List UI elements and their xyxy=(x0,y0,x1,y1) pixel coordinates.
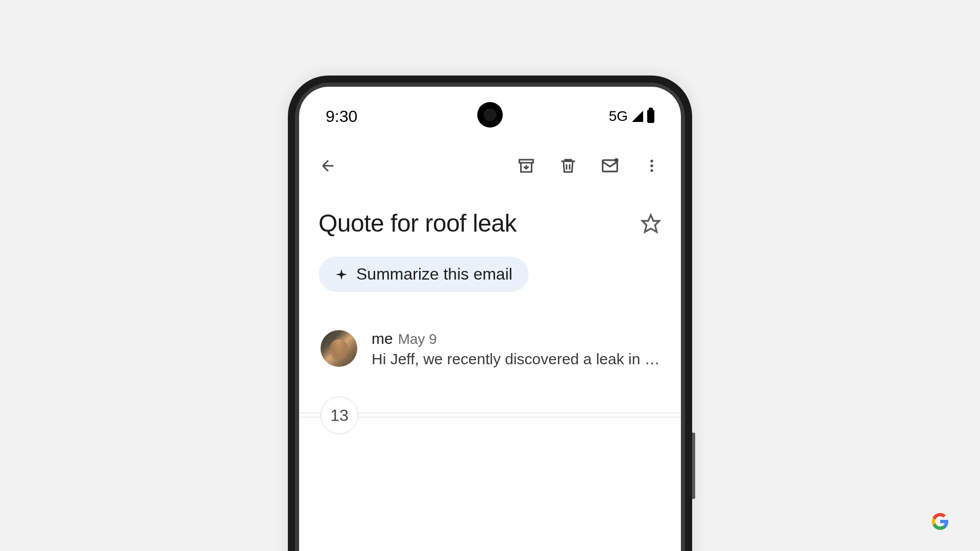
signal-icon xyxy=(632,111,643,122)
email-preview: Hi Jeff, we recently discovered a leak i… xyxy=(372,350,662,368)
more-vertical-icon xyxy=(644,158,660,174)
status-time: 9:30 xyxy=(326,107,357,126)
archive-icon xyxy=(517,157,535,175)
status-indicators: 5G xyxy=(609,108,654,124)
summarize-label: Summarize this email xyxy=(356,265,512,284)
delete-button[interactable] xyxy=(558,156,578,176)
phone-side-button xyxy=(692,433,695,499)
thread-count: 13 xyxy=(330,406,349,425)
email-header: me May 9 xyxy=(372,330,662,347)
phone-frame: 9:30 5G xyxy=(288,76,692,551)
subject-row: Quote for roof leak xyxy=(299,190,681,242)
svg-point-3 xyxy=(650,160,653,162)
summarize-button[interactable]: Summarize this email xyxy=(318,257,529,292)
svg-point-4 xyxy=(650,164,653,167)
back-button[interactable] xyxy=(318,156,338,176)
email-toolbar xyxy=(299,128,681,190)
svg-point-5 xyxy=(650,169,653,172)
star-button[interactable] xyxy=(640,213,662,234)
battery-icon xyxy=(647,110,654,123)
email-message[interactable]: me May 9 Hi Jeff, we recently discovered… xyxy=(299,292,681,368)
star-outline-icon xyxy=(641,213,661,234)
mail-icon xyxy=(600,156,620,176)
thread-count-button[interactable]: 13 xyxy=(321,396,358,434)
phone-screen: 9:30 5G xyxy=(299,87,681,551)
trash-icon xyxy=(559,157,577,175)
mark-unread-button[interactable] xyxy=(600,156,620,176)
svg-rect-0 xyxy=(520,160,533,163)
svg-point-2 xyxy=(615,158,619,162)
email-subject: Quote for roof leak xyxy=(318,209,630,237)
email-date: May 9 xyxy=(398,331,437,347)
arrow-left-icon xyxy=(319,157,337,175)
google-logo xyxy=(931,512,949,531)
archive-button[interactable] xyxy=(517,156,536,176)
email-content: me May 9 Hi Jeff, we recently discovered… xyxy=(372,330,662,368)
network-label: 5G xyxy=(609,108,628,124)
svg-marker-6 xyxy=(642,215,659,232)
sparkle-icon xyxy=(335,268,348,281)
thread-divider: 13 xyxy=(299,415,681,416)
sender-avatar[interactable] xyxy=(321,330,357,367)
phone-bezel: 9:30 5G xyxy=(295,83,685,551)
more-options-button[interactable] xyxy=(642,156,662,176)
phone-camera xyxy=(477,102,503,128)
sender-name: me xyxy=(372,330,393,347)
